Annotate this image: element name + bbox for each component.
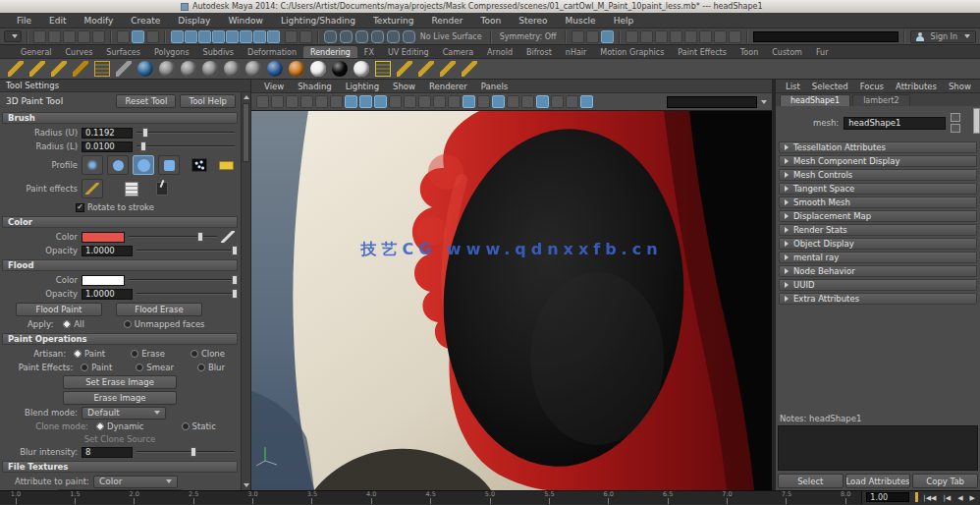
gate-mask-icon[interactable] [374,95,387,108]
brush-section-header[interactable]: Brush [2,112,238,124]
shelf-tab[interactable]: Motion Graphics [593,46,671,58]
menu-item[interactable]: Texturing [364,16,423,26]
menu-item[interactable]: Edit [40,16,75,26]
shelf-tab[interactable]: Fur [809,46,836,58]
flood-opacity-field[interactable]: 1.0000 [82,289,133,300]
ipr-render-icon[interactable] [640,30,653,43]
menu-item[interactable]: Muscle [557,16,605,26]
paint-operations-section-header[interactable]: Paint Operations [2,333,238,345]
snap-point-icon[interactable] [355,30,368,43]
color-slider[interactable] [129,236,217,238]
menu-item[interactable]: Create [122,16,169,26]
blur-intensity-field[interactable]: 8 [82,447,133,458]
render-current-frame-icon[interactable] [626,30,638,43]
color-section-header[interactable]: Color [2,216,238,228]
flood-color-swatch[interactable] [82,275,125,286]
viewport-menu-item[interactable]: Shading [291,82,339,91]
open-scene-icon[interactable] [48,30,61,43]
assign-edit-textures-button[interactable]: Assign/Edit Textures [57,489,183,490]
pane-layout-icon[interactable] [601,30,614,43]
scroll-down-icon[interactable] [244,483,249,487]
ae-section[interactable]: mental ray [779,252,977,263]
shelf-tab[interactable]: Curves [59,46,100,58]
motion-blur-icon[interactable] [521,95,534,108]
single-pane-icon[interactable] [572,30,584,43]
save-scene-icon[interactable] [63,30,76,43]
two-d-pan-zoom-icon[interactable] [330,95,343,108]
ae-section[interactable]: UUID [779,279,977,291]
fur-brush-icon[interactable] [73,61,88,77]
menu-item[interactable]: Display [169,16,219,26]
opacity-field[interactable]: 1.0000 [82,246,133,256]
timeline-tick[interactable]: 1.0 [10,491,22,504]
snap-curve-icon[interactable] [340,30,353,43]
shelf-tab[interactable]: Subdivs [196,46,241,58]
set-clone-source-button[interactable]: Set Clone Source [84,434,156,444]
rotate-to-stroke-checkbox[interactable]: ✓ Rotate to stroke [76,202,154,212]
erase-texture-icon[interactable] [29,61,45,77]
snap-live-object-icon[interactable] [403,30,415,43]
ae-menu-item[interactable]: List [780,82,806,91]
xray-active-components-icon[interactable] [580,95,593,108]
radius-l-field[interactable]: 0.0100 [82,141,133,152]
ae-node-tab[interactable]: headShape1 [780,94,850,106]
paint-effects-brush-icon[interactable] [8,61,24,77]
menu-item[interactable]: Window [219,16,272,26]
erase-image-button[interactable]: Erase Image [63,391,177,405]
black-hole-shader-icon[interactable] [332,61,348,77]
sign-in-dropdown[interactable]: Sign In [910,30,976,43]
paint-effects-globe-icon[interactable] [699,30,712,43]
presets-icon[interactable] [951,124,960,133]
pfx-paint-radio[interactable]: Paint [81,363,112,372]
xray-icon[interactable] [566,95,578,108]
brush-list-icon[interactable] [125,182,138,196]
camera-attributes-icon[interactable] [286,95,299,108]
set-erase-image-button[interactable]: Set Erase Image [63,375,177,389]
attribute-to-paint-dropdown[interactable]: Color [93,476,178,488]
select-component-icon[interactable] [146,30,159,43]
flood-paint-button[interactable]: Flood Paint [16,303,102,316]
profile-gaussian-button[interactable] [82,155,103,175]
new-scene-icon[interactable] [33,30,46,43]
safe-action-icon[interactable] [404,95,416,108]
notes-textarea[interactable] [778,425,978,471]
timeline-tick[interactable]: 4.5 [425,491,437,504]
blur-intensity-slider[interactable] [136,451,235,453]
select-object-icon[interactable] [132,30,144,43]
flood-erase-button[interactable]: Flood Erase [116,303,202,316]
node-name-field[interactable]: headShape1 [844,117,946,130]
tool-help-button[interactable]: Tool Help [180,94,236,108]
apply-all-radio[interactable]: All [63,319,84,329]
shelf-tab[interactable]: Custom [765,46,809,58]
menu-item[interactable]: Help [605,16,643,26]
show-hide-button[interactable] [973,108,980,134]
multisample-icon[interactable] [536,95,549,108]
playback-button[interactable]: |◀ [940,494,953,502]
menu-item[interactable]: Stereo [510,16,556,26]
scroll-up-icon[interactable] [244,95,249,99]
viewport-canvas[interactable]: 技艺CG www.qdnxxfb.cn [251,111,772,490]
time-slider-ticks[interactable]: 1.0 1.5 2.0 2.5 [0,491,862,504]
ae-section[interactable]: Mesh Controls [779,169,977,181]
artisan-paint-radio[interactable]: Paint [74,349,105,359]
phong-material-icon[interactable] [224,61,240,77]
select-camera-icon[interactable] [256,95,269,108]
wireframe-icon[interactable] [433,95,446,108]
undo-icon[interactable] [78,30,90,43]
artisan-erase-radio[interactable]: Erase [131,349,165,359]
ae-section[interactable]: Tessellation Attributes [779,141,977,153]
paint-brush-pencil-icon[interactable] [440,61,456,77]
left-panel-scrollbar[interactable] [241,92,250,490]
film-gate-icon[interactable] [345,95,357,108]
magnifier-brush-icon[interactable] [462,61,477,77]
clone-static-radio[interactable]: Static [182,421,216,431]
highlight-selection-icon[interactable] [299,30,312,43]
viewport-camera-field[interactable] [667,96,757,108]
profile-browse-button[interactable] [219,161,234,170]
lock-selection-icon[interactable] [285,30,298,43]
load-attributes-button[interactable]: Load Attributes [845,474,911,488]
phong-e-material-icon[interactable] [245,61,261,77]
shelf-tab[interactable]: UV Editing [381,46,436,58]
timeline-tick[interactable]: 7.0 [722,491,734,504]
viewport-menu-item[interactable]: Renderer [422,82,474,91]
